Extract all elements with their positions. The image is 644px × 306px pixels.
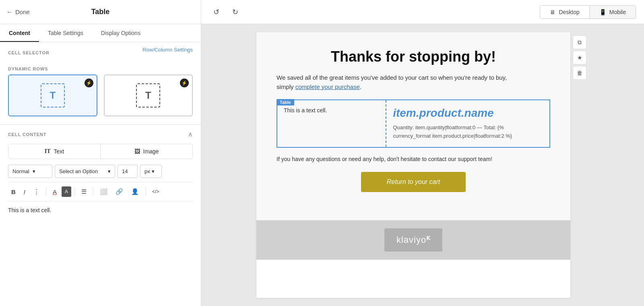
format-unit-select[interactable]: px ▾: [140, 165, 162, 178]
undo-button[interactable]: ↺: [209, 5, 223, 19]
bold-btn[interactable]: B: [8, 186, 19, 198]
panel-title: Table: [91, 8, 110, 16]
chevron-down-icon-2: ▾: [108, 168, 111, 174]
preview-sidebar: ⧉ ★ 🗑: [570, 32, 589, 298]
product-name: item.product.name: [393, 107, 543, 120]
top-bar-right: ↺ ↻ 🖥 Desktop 📱 Mobile: [201, 5, 644, 19]
table-cell-left: This is a text cell.: [277, 100, 386, 147]
desktop-view-button[interactable]: 🖥 Desktop: [540, 6, 589, 19]
mobile-view-button[interactable]: 📱 Mobile: [590, 6, 636, 19]
table-cell-right: item.product.name Quantity: item.quantit…: [386, 100, 550, 147]
row-col-settings-link[interactable]: Row/Column Settings: [142, 47, 193, 53]
star-icon-btn[interactable]: ★: [573, 51, 586, 64]
image-type-button[interactable]: 🖼 Image: [101, 144, 192, 159]
format-font-select[interactable]: Select an Option ▾: [55, 165, 115, 178]
format-style-select[interactable]: Normal ▾: [8, 165, 52, 178]
table-wrapper: Table This is a text cell. item.product.…: [277, 99, 550, 148]
italic-btn[interactable]: I: [21, 186, 29, 198]
preview-with-sidebar: Thanks for stopping by! We saved all of …: [256, 32, 589, 298]
row-card-1[interactable]: T ⚡: [8, 74, 97, 116]
mobile-label: Mobile: [609, 9, 626, 15]
image-icon: 🖼: [134, 148, 140, 155]
person-btn[interactable]: 👤: [128, 186, 142, 198]
font-color-btn[interactable]: A: [50, 186, 60, 198]
tab-content[interactable]: Content: [0, 24, 39, 42]
cell-content-section: CELL CONTENT ∧ IT Text 🖼 Image Normal ▾: [0, 124, 201, 221]
format-toolbar: B I ⋮ A A ☰ ⬜ 🔗 👤 </>: [8, 182, 193, 201]
cell-text[interactable]: This is a text cell.: [8, 205, 193, 215]
klaviyo-k: ᴷ: [426, 235, 430, 245]
cell-selector-label: CELL SELECTOR: [8, 44, 50, 55]
email-subtext-before: We saved all of the great items you've a…: [277, 74, 507, 81]
toolbar-divider-3: [93, 188, 93, 196]
tab-display-options[interactable]: Display Options: [92, 24, 149, 42]
chevron-down-icon-3: ▾: [152, 168, 155, 174]
cell-selector-row: CELL SELECTOR Row/Column Settings: [0, 42, 201, 60]
highlight-btn[interactable]: A: [62, 186, 71, 197]
row-card-2[interactable]: T ⚡: [104, 74, 193, 116]
done-button[interactable]: ← Done: [6, 8, 30, 16]
email-table: This is a text cell. item.product.name Q…: [277, 99, 550, 148]
toolbar-divider-4: [145, 188, 146, 196]
tabs: Content Table Settings Display Options: [0, 24, 201, 42]
image-btn[interactable]: ⬜: [97, 186, 111, 198]
toolbar-divider-2: [74, 188, 75, 196]
link-btn[interactable]: 🔗: [112, 186, 126, 198]
table-label: Table: [277, 99, 294, 105]
lightning-badge-2: ⚡: [180, 79, 189, 87]
row-card-icon-2: T: [136, 83, 160, 108]
email-container: Thanks for stopping by! We saved all of …: [256, 32, 570, 298]
tab-table-settings[interactable]: Table Settings: [39, 24, 92, 42]
cell-content-label: CELL CONTENT: [8, 132, 46, 137]
email-body: Thanks for stopping by! We saved all of …: [256, 32, 570, 220]
table-row: This is a text cell. item.product.name Q…: [277, 100, 550, 147]
cart-button[interactable]: Return to your cart: [361, 172, 466, 192]
cell-content-header: CELL CONTENT ∧: [8, 130, 193, 138]
collapse-button[interactable]: ∧: [188, 130, 193, 138]
product-details: Quantity: item.quantity|floatformat:0 — …: [393, 124, 512, 139]
top-bar: ← Done Table ↺ ↻ 🖥 Desktop 📱 Mobile: [0, 0, 644, 24]
more-btn[interactable]: ⋮: [30, 186, 43, 198]
mobile-icon: 📱: [599, 9, 606, 15]
view-toggle: 🖥 Desktop 📱 Mobile: [540, 5, 636, 19]
left-panel-header: ← Done Table: [0, 0, 201, 24]
text-type-button[interactable]: IT Text: [8, 144, 101, 159]
row-card-icon-1: T: [41, 83, 65, 108]
left-panel: Content Table Settings Display Options C…: [0, 24, 201, 306]
copy-icon-btn[interactable]: ⧉: [573, 35, 586, 49]
email-purchase-link[interactable]: complete your purchase: [295, 83, 360, 90]
desktop-label: Desktop: [559, 9, 579, 15]
preview-area: Thanks for stopping by! We saved all of …: [201, 24, 644, 306]
format-size-input[interactable]: 14: [118, 165, 138, 178]
redo-button[interactable]: ↻: [228, 5, 242, 19]
format-row: Normal ▾ Select an Option ▾ 14 px ▾: [8, 165, 193, 178]
format-style-value: Normal: [12, 168, 29, 174]
email-period: .: [360, 83, 361, 90]
desktop-icon: 🖥: [550, 9, 555, 15]
main-content: Content Table Settings Display Options C…: [0, 24, 644, 306]
klaviyo-section: klaviyoᴷ: [256, 220, 570, 260]
klaviyo-logo: klaviyoᴷ: [384, 228, 442, 252]
delete-icon-btn[interactable]: 🗑: [573, 66, 586, 80]
code-btn[interactable]: </>: [149, 186, 162, 197]
email-subtext-middle: simply: [277, 83, 295, 90]
format-unit-value: px: [144, 168, 150, 174]
done-label: Done: [15, 8, 30, 15]
format-font-value: Select an Option: [59, 168, 98, 174]
align-btn[interactable]: ☰: [78, 186, 90, 198]
email-subtext: We saved all of the great items you've a…: [277, 73, 550, 91]
cell-text-content: This is a text cell.: [284, 107, 327, 114]
dynamic-rows-label: DYNAMIC ROWS: [0, 60, 201, 74]
chevron-down-icon: ▾: [33, 168, 35, 174]
text-icon: IT: [45, 148, 51, 155]
toolbar-divider-1: [46, 188, 46, 196]
back-arrow-icon: ←: [6, 8, 13, 16]
format-size-value: 14: [122, 168, 128, 174]
email-footer-text: If you have any questions or need any he…: [277, 156, 550, 162]
lightning-badge-1: ⚡: [85, 79, 93, 87]
content-type-btns: IT Text 🖼 Image: [8, 144, 193, 159]
email-heading: Thanks for stopping by!: [277, 48, 550, 65]
dynamic-rows: T ⚡ T ⚡: [0, 74, 201, 124]
